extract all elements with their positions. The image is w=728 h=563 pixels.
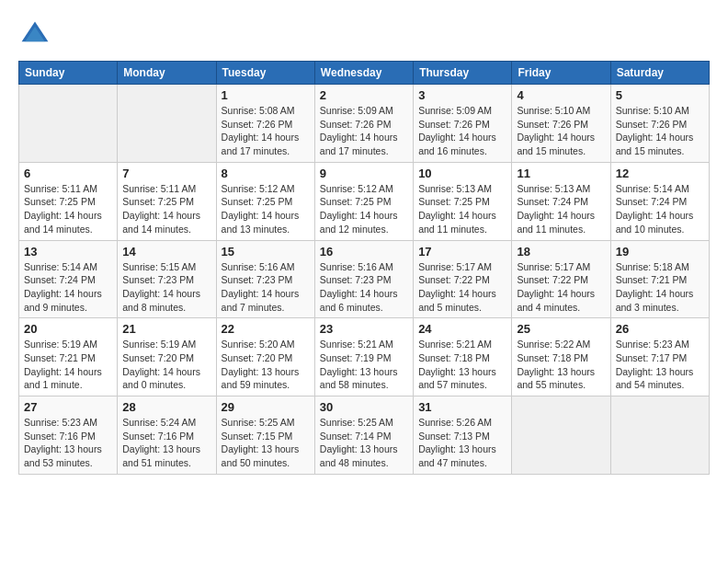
calendar-cell: 12Sunrise: 5:14 AM Sunset: 7:24 PM Dayli…: [610, 162, 709, 240]
day-info: Sunrise: 5:22 AM Sunset: 7:18 PM Dayligh…: [517, 338, 605, 392]
day-info: Sunrise: 5:16 AM Sunset: 7:23 PM Dayligh…: [320, 260, 408, 315]
day-number: 17: [418, 245, 506, 259]
calendar-cell: 14Sunrise: 5:15 AM Sunset: 7:23 PM Dayli…: [118, 240, 216, 318]
calendar-cell: 22Sunrise: 5:20 AM Sunset: 7:20 PM Dayli…: [216, 318, 314, 396]
day-number: 29: [222, 400, 310, 414]
header: [18, 15, 710, 52]
calendar-cell: 26Sunrise: 5:23 AM Sunset: 7:17 PM Dayli…: [610, 318, 709, 396]
calendar-cell: [610, 396, 709, 475]
calendar-cell: 27Sunrise: 5:23 AM Sunset: 7:16 PM Dayli…: [19, 396, 118, 475]
calendar-cell: [512, 396, 610, 475]
day-info: Sunrise: 5:13 AM Sunset: 7:24 PM Dayligh…: [517, 182, 605, 236]
day-info: Sunrise: 5:09 AM Sunset: 7:26 PM Dayligh…: [418, 104, 506, 158]
calendar-cell: 29Sunrise: 5:25 AM Sunset: 7:15 PM Dayli…: [216, 396, 314, 475]
day-info: Sunrise: 5:23 AM Sunset: 7:17 PM Dayligh…: [616, 338, 704, 392]
calendar: SundayMondayTuesdayWednesdayThursdayFrid…: [18, 61, 710, 475]
calendar-cell: 18Sunrise: 5:17 AM Sunset: 7:22 PM Dayli…: [512, 240, 610, 318]
calendar-cell: 1Sunrise: 5:08 AM Sunset: 7:26 PM Daylig…: [216, 85, 314, 163]
calendar-week-4: 20Sunrise: 5:19 AM Sunset: 7:21 PM Dayli…: [19, 318, 710, 396]
calendar-header: SundayMondayTuesdayWednesdayThursdayFrid…: [19, 62, 710, 85]
calendar-cell: 3Sunrise: 5:09 AM Sunset: 7:26 PM Daylig…: [414, 85, 512, 163]
calendar-cell: 15Sunrise: 5:16 AM Sunset: 7:23 PM Dayli…: [216, 240, 314, 318]
day-number: 14: [122, 245, 210, 259]
day-info: Sunrise: 5:08 AM Sunset: 7:26 PM Dayligh…: [222, 104, 310, 158]
calendar-cell: [118, 85, 216, 163]
day-number: 9: [320, 167, 408, 180]
weekday-header-wednesday: Wednesday: [314, 62, 413, 85]
day-number: 7: [122, 167, 210, 180]
day-number: 31: [418, 400, 506, 414]
calendar-cell: 16Sunrise: 5:16 AM Sunset: 7:23 PM Dayli…: [314, 240, 413, 318]
day-info: Sunrise: 5:19 AM Sunset: 7:21 PM Dayligh…: [24, 338, 112, 392]
day-number: 4: [517, 88, 605, 102]
day-info: Sunrise: 5:15 AM Sunset: 7:23 PM Dayligh…: [122, 260, 210, 315]
day-info: Sunrise: 5:25 AM Sunset: 7:14 PM Dayligh…: [320, 416, 408, 470]
day-number: 2: [320, 88, 408, 102]
day-info: Sunrise: 5:23 AM Sunset: 7:16 PM Dayligh…: [24, 416, 112, 470]
calendar-week-3: 13Sunrise: 5:14 AM Sunset: 7:24 PM Dayli…: [19, 240, 710, 318]
day-number: 21: [122, 322, 210, 336]
calendar-week-1: 1Sunrise: 5:08 AM Sunset: 7:26 PM Daylig…: [19, 85, 710, 163]
calendar-cell: 8Sunrise: 5:12 AM Sunset: 7:25 PM Daylig…: [216, 162, 314, 240]
weekday-header-monday: Monday: [118, 62, 216, 85]
day-number: 13: [24, 245, 112, 259]
calendar-cell: 5Sunrise: 5:10 AM Sunset: 7:26 PM Daylig…: [610, 85, 709, 163]
day-number: 12: [616, 167, 704, 180]
day-info: Sunrise: 5:14 AM Sunset: 7:24 PM Dayligh…: [616, 182, 704, 236]
weekday-header-saturday: Saturday: [610, 62, 709, 85]
day-number: 30: [320, 400, 408, 414]
day-number: 20: [24, 322, 112, 336]
day-info: Sunrise: 5:11 AM Sunset: 7:25 PM Dayligh…: [24, 182, 112, 236]
day-number: 5: [616, 88, 704, 102]
day-number: 28: [122, 400, 210, 414]
weekday-header-friday: Friday: [512, 62, 610, 85]
calendar-cell: 11Sunrise: 5:13 AM Sunset: 7:24 PM Dayli…: [512, 162, 610, 240]
calendar-cell: 19Sunrise: 5:18 AM Sunset: 7:21 PM Dayli…: [610, 240, 709, 318]
day-number: 11: [517, 167, 605, 180]
calendar-cell: 20Sunrise: 5:19 AM Sunset: 7:21 PM Dayli…: [19, 318, 118, 396]
day-number: 16: [320, 245, 408, 259]
day-number: 3: [418, 88, 506, 102]
day-info: Sunrise: 5:18 AM Sunset: 7:21 PM Dayligh…: [616, 260, 704, 315]
calendar-week-2: 6Sunrise: 5:11 AM Sunset: 7:25 PM Daylig…: [19, 162, 710, 240]
day-number: 27: [24, 400, 112, 414]
day-info: Sunrise: 5:14 AM Sunset: 7:24 PM Dayligh…: [24, 260, 112, 315]
day-info: Sunrise: 5:16 AM Sunset: 7:23 PM Dayligh…: [222, 260, 310, 315]
weekday-header-thursday: Thursday: [414, 62, 512, 85]
day-number: 24: [418, 322, 506, 336]
day-info: Sunrise: 5:25 AM Sunset: 7:15 PM Dayligh…: [222, 416, 310, 470]
day-info: Sunrise: 5:12 AM Sunset: 7:25 PM Dayligh…: [320, 182, 408, 236]
day-number: 18: [517, 245, 605, 259]
logo: [18, 18, 55, 52]
day-number: 22: [222, 322, 310, 336]
day-number: 6: [24, 167, 112, 180]
day-number: 10: [418, 167, 506, 180]
calendar-cell: 4Sunrise: 5:10 AM Sunset: 7:26 PM Daylig…: [512, 85, 610, 163]
calendar-cell: 6Sunrise: 5:11 AM Sunset: 7:25 PM Daylig…: [19, 162, 118, 240]
day-number: 19: [616, 245, 704, 259]
calendar-cell: [19, 85, 118, 163]
day-info: Sunrise: 5:20 AM Sunset: 7:20 PM Dayligh…: [222, 338, 310, 392]
calendar-cell: 10Sunrise: 5:13 AM Sunset: 7:25 PM Dayli…: [414, 162, 512, 240]
day-info: Sunrise: 5:09 AM Sunset: 7:26 PM Dayligh…: [320, 104, 408, 158]
day-info: Sunrise: 5:19 AM Sunset: 7:20 PM Dayligh…: [122, 338, 210, 392]
calendar-cell: 28Sunrise: 5:24 AM Sunset: 7:16 PM Dayli…: [118, 396, 216, 475]
calendar-cell: 25Sunrise: 5:22 AM Sunset: 7:18 PM Dayli…: [512, 318, 610, 396]
calendar-cell: 23Sunrise: 5:21 AM Sunset: 7:19 PM Dayli…: [314, 318, 413, 396]
day-number: 26: [616, 322, 704, 336]
calendar-cell: 17Sunrise: 5:17 AM Sunset: 7:22 PM Dayli…: [414, 240, 512, 318]
day-info: Sunrise: 5:21 AM Sunset: 7:18 PM Dayligh…: [418, 338, 506, 392]
day-info: Sunrise: 5:13 AM Sunset: 7:25 PM Dayligh…: [418, 182, 506, 236]
calendar-cell: 21Sunrise: 5:19 AM Sunset: 7:20 PM Dayli…: [118, 318, 216, 396]
calendar-cell: 30Sunrise: 5:25 AM Sunset: 7:14 PM Dayli…: [314, 396, 413, 475]
page: SundayMondayTuesdayWednesdayThursdayFrid…: [0, 0, 728, 563]
day-info: Sunrise: 5:11 AM Sunset: 7:25 PM Dayligh…: [122, 182, 210, 236]
calendar-body: 1Sunrise: 5:08 AM Sunset: 7:26 PM Daylig…: [19, 85, 710, 475]
day-info: Sunrise: 5:24 AM Sunset: 7:16 PM Dayligh…: [122, 416, 210, 470]
calendar-cell: 9Sunrise: 5:12 AM Sunset: 7:25 PM Daylig…: [314, 162, 413, 240]
weekday-header-tuesday: Tuesday: [216, 62, 314, 85]
day-info: Sunrise: 5:12 AM Sunset: 7:25 PM Dayligh…: [222, 182, 310, 236]
day-number: 23: [320, 322, 408, 336]
day-number: 1: [222, 88, 310, 102]
day-info: Sunrise: 5:17 AM Sunset: 7:22 PM Dayligh…: [517, 260, 605, 315]
